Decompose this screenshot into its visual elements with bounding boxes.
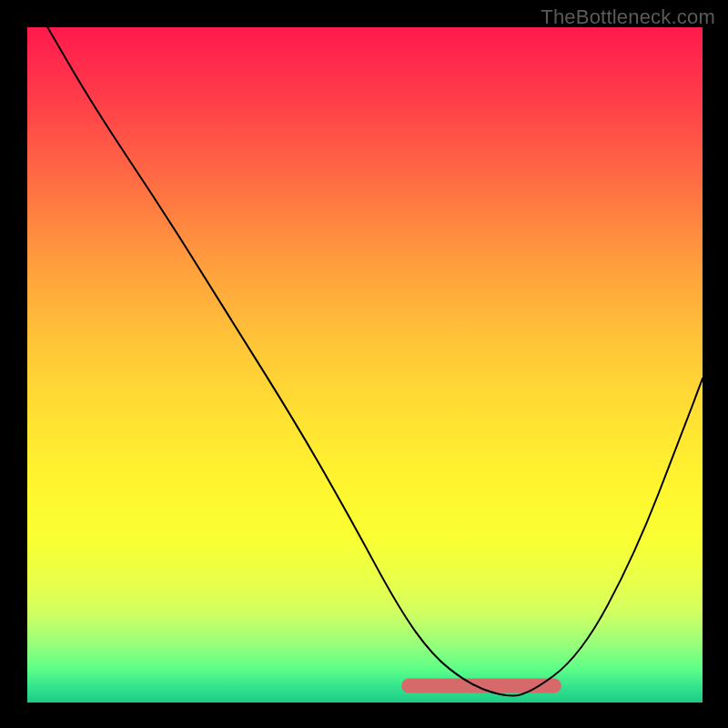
chart-canvas: TheBottleneck.com [0,0,728,728]
watermark-text: TheBottleneck.com [541,5,715,29]
plot-gradient-background [27,27,703,703]
